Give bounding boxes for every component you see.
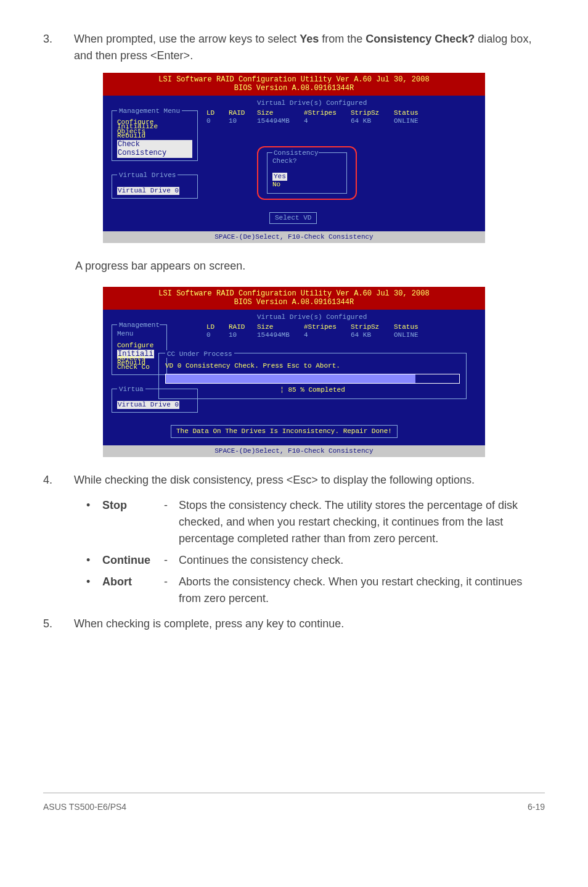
vd-title: Virtual Drives (117, 171, 178, 179)
menu-item: Configure (117, 342, 161, 350)
th: Size (257, 323, 304, 331)
consistency-dialog: Consistency Check? Yes No (267, 152, 347, 194)
yes-word: Yes (300, 33, 319, 45)
name: Abort (102, 576, 132, 588)
dlg-title: Consistency Check? (272, 149, 319, 165)
footer-left: ASUS TS500-E6/PS4 (43, 801, 126, 814)
sub-text: A progress bar appears on screen. (75, 258, 545, 274)
step-number: 3. (43, 31, 74, 64)
bios-body: Management Menu Configure Initiali Objec… (103, 310, 485, 445)
td: 4 (304, 117, 351, 125)
th: Status (394, 323, 431, 331)
bios-header: LSI Software RAID Configuration Utility … (103, 287, 485, 310)
step-4: 4. While checking the disk consistency, … (43, 472, 545, 489)
bios-title: LSI Software RAID Configuration Utility … (103, 289, 485, 298)
table-row: 010154494MB464 KBONLINE (206, 117, 431, 125)
opt-text: Aborts the consistency check. When you r… (179, 574, 545, 607)
td: 64 KB (351, 331, 394, 339)
progress-bar (165, 374, 460, 384)
th: Size (257, 109, 304, 117)
td: 0 (206, 117, 229, 125)
bios-header: LSI Software RAID Configuration Utility … (103, 73, 485, 96)
td: ONLINE (394, 117, 431, 125)
table-row: 010154494MB464 KBONLINE (206, 331, 431, 339)
step-5: 5. When checking is complete, press any … (43, 616, 545, 632)
step-3: 3. When prompted, use the arrow keys to … (43, 31, 545, 64)
vd-table: LDRAIDSize#StripesStripSzStatus 01015449… (206, 323, 431, 339)
t: When prompted, use the arrow keys to sel… (74, 33, 300, 45)
progress-box: CC Under Process VD 0 Consistency Check.… (158, 353, 467, 399)
menu-title: Management Menu (117, 321, 160, 337)
opt-text: Stops the consistency check. The utility… (179, 497, 545, 547)
step-number: 4. (43, 472, 74, 489)
th: StripSz (351, 109, 394, 117)
bios-screenshot-1: LSI Software RAID Configuration Utility … (103, 73, 485, 243)
step-text: When prompted, use the arrow keys to sel… (74, 31, 545, 64)
bios-screenshot-2: LSI Software RAID Configuration Utility … (103, 287, 485, 457)
td: 154494MB (257, 331, 304, 339)
bullet: • (86, 552, 102, 569)
dlg-no: No (272, 181, 341, 189)
progress-text: VD 0 Consistency Check. Press Esc to Abo… (165, 362, 460, 370)
opt-name: Continue (102, 552, 164, 569)
dash: - (164, 497, 179, 547)
bullet: • (86, 574, 102, 607)
management-menu: Management Menu Configure Initialize Obj… (112, 110, 198, 161)
table-header: LDRAIDSize#StripesStripSzStatus (206, 323, 431, 331)
td: 10 (229, 331, 257, 339)
bios-footer: SPACE-(De)Select, F10-Check Consistency (103, 445, 485, 457)
th: #Stripes (304, 109, 351, 117)
opt-name: Stop (102, 497, 164, 547)
th: RAID (229, 109, 257, 117)
highlight-circle: Consistency Check? Yes No (257, 146, 357, 200)
td: 154494MB (257, 117, 304, 125)
dash: - (164, 574, 179, 607)
progress-title: CC Under Process (165, 350, 234, 358)
bios-footer: SPACE-(De)Select, F10-Check Consistency (103, 231, 485, 243)
dash: - (164, 552, 179, 569)
th: LD (206, 109, 229, 117)
th: #Stripes (304, 323, 351, 331)
th: LD (206, 323, 229, 331)
option-continue: • Continue - Continues the consistency c… (86, 552, 545, 569)
td: 10 (229, 117, 257, 125)
opt-name: Abort (102, 574, 164, 607)
page-footer: ASUS TS500-E6/PS4 6-19 (43, 793, 545, 814)
step-text: While checking the disk consistency, pre… (74, 472, 545, 489)
bios-subtitle: BIOS Version A.08.09161344R (103, 84, 485, 93)
vd-title: Virtua (117, 386, 145, 393)
td: 0 (206, 331, 229, 339)
menu-item: Check Co (117, 363, 161, 371)
td: 4 (304, 331, 351, 339)
step-text: When checking is complete, press any key… (74, 616, 545, 632)
th: RAID (229, 323, 257, 331)
menu-title: Management Menu (117, 107, 182, 115)
opt-text: Continues the consistency check. (179, 552, 545, 569)
menu-item-selected: Check Consistency (117, 140, 192, 158)
virtual-drives-box: Virtual Drives Virtual Drive 0 (112, 175, 198, 199)
name: Stop (102, 499, 127, 511)
cfg-title: Virtual Drive(s) Configured (257, 313, 367, 321)
td: ONLINE (394, 331, 431, 339)
footer-right: 6-19 (528, 801, 545, 814)
progress-fill (166, 374, 415, 383)
bios-body: Management Menu Configure Initialize Obj… (103, 96, 485, 231)
bios-title: LSI Software RAID Configuration Utility … (103, 75, 485, 84)
t: from the (319, 33, 365, 45)
cfg-title: Virtual Drive(s) Configured (257, 99, 367, 107)
bullet: • (86, 497, 102, 547)
cc-word: Consistency Check? (365, 33, 475, 45)
td: 64 KB (351, 117, 394, 125)
option-stop: • Stop - Stops the consistency check. Th… (86, 497, 545, 547)
step-number: 5. (43, 616, 74, 632)
name: Continue (102, 554, 150, 566)
vd-table: LDRAIDSize#StripesStripSzStatus 01015449… (206, 109, 431, 125)
th: Status (394, 109, 431, 117)
repair-message: The Data On The Drives Is Inconsistency.… (171, 425, 398, 438)
th: StripSz (351, 323, 394, 331)
select-vd-box: Select VD (269, 212, 317, 224)
menu-item: Rebuild (117, 132, 192, 140)
vd-item: Virtual Drive 0 (117, 401, 179, 409)
option-abort: • Abort - Aborts the consistency check. … (86, 574, 545, 607)
progress-percent: ¦ 85 % Completed (165, 386, 460, 394)
